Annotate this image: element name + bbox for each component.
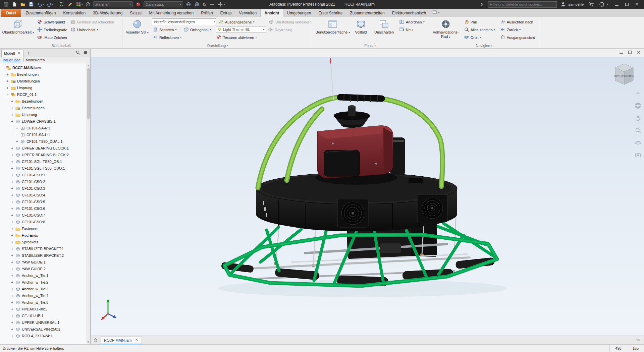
expand-toggle[interactable]: +	[11, 207, 14, 211]
schatten-button[interactable]: Schatten▾	[151, 26, 182, 34]
redo-dropdown-icon[interactable]: ▾	[52, 3, 53, 6]
help-search-input[interactable]	[490, 2, 555, 6]
expand-toggle[interactable]: +	[15, 133, 18, 137]
expand-toggle[interactable]: +	[15, 126, 18, 130]
freiheitsgrade-button[interactable]: Freiheitsgrade	[36, 26, 69, 34]
expand-toggle[interactable]: +	[11, 99, 14, 103]
neu-button[interactable]: Neu	[398, 26, 426, 34]
halbschnitt-button[interactable]: Halbschnitt▾	[69, 26, 120, 34]
undo-dropdown-icon[interactable]: ▾	[43, 3, 44, 6]
globe-icon[interactable]	[184, 1, 193, 8]
tree-item[interactable]: +CF101-SA-L:1	[1, 131, 86, 138]
tab-umgebungen[interactable]: Umgebungen	[283, 9, 315, 17]
look-at-tool-icon[interactable]	[634, 151, 642, 159]
tree-item[interactable]: +Anchor_w_Tie:5	[1, 299, 86, 306]
expand-toggle[interactable]: +	[11, 113, 14, 117]
ribbon-options-button[interactable]: ▾	[430, 10, 442, 17]
expand-toggle[interactable]: +	[6, 79, 9, 83]
group-label-darstellung[interactable]: Darstellung▾	[122, 43, 313, 48]
scrollbar-thumb[interactable]	[87, 68, 90, 119]
document-tab-active[interactable]: RCCF-MAIN.iam	[101, 337, 142, 345]
tree-item[interactable]: +CF101-TS80_DUAL:1	[1, 138, 86, 145]
restore-button[interactable]	[622, 0, 632, 9]
expand-toggle[interactable]: +	[11, 240, 14, 244]
vollnavigations-rad-button[interactable]: Vollnavigations-Rad ▾	[430, 18, 461, 43]
expand-toggle[interactable]: +	[11, 294, 14, 298]
expand-toggle[interactable]: +	[11, 227, 14, 231]
visuelle-voreinstellungen-combo[interactable]: Visuelle Voreinstellungen▾	[152, 18, 216, 25]
imate-zeichen-button[interactable]: iMate-Zeichen	[36, 34, 69, 41]
expand-toggle[interactable]: +	[11, 287, 14, 291]
anordnen-button[interactable]: Anordnen▾	[398, 18, 426, 26]
tab-verwalten[interactable]: Verwalten	[235, 9, 261, 17]
visueller-stil-button[interactable]: Visueller Stil ▾	[124, 18, 150, 43]
zurueck-button[interactable]: Zurück▾	[499, 26, 539, 34]
vollbild-button[interactable]: Vollbild	[352, 18, 370, 43]
expand-toggle[interactable]: +	[11, 180, 14, 184]
expand-toggle[interactable]: +	[6, 72, 9, 76]
tab-mit-anmerkung-versehen[interactable]: Mit Anmerkung versehen	[145, 9, 197, 17]
appearance-ball-icon[interactable]	[134, 1, 142, 8]
tree-item[interactable]: +Anchor_w_Tie:3	[1, 286, 86, 292]
tab-prüfen[interactable]: Prüfen	[197, 9, 216, 17]
doc-close-icon[interactable]	[637, 50, 641, 55]
nav-collapse-icon[interactable]	[634, 89, 642, 97]
fx-button[interactable]: fx	[201, 2, 208, 7]
expand-toggle[interactable]: +	[11, 320, 14, 325]
document-tabs-menu-icon[interactable]	[633, 338, 643, 343]
doc-minimize-icon[interactable]	[619, 50, 623, 55]
ausgangsebene-button[interactable]: Ausgangsebene▾	[217, 18, 267, 26]
tree-item[interactable]: +CF101-CSO:5	[1, 198, 86, 205]
umschalten-button[interactable]: Umschalten	[372, 18, 396, 43]
tree-item[interactable]: +CF101-CSO:7	[1, 212, 86, 219]
tree-item[interactable]: +CF101-SGL-TS80_OBO:1	[1, 165, 86, 172]
pan-tool-icon[interactable]	[634, 114, 642, 122]
scroll-up-icon[interactable]: ▲	[87, 63, 90, 68]
tree-item[interactable]: +Ursprung	[1, 111, 86, 118]
reflexionen-button[interactable]: Reflexionen▾	[151, 34, 182, 41]
view-cube[interactable]: RECHTS HINTEN	[611, 60, 637, 89]
light-theme-combo[interactable]: Light Theme IBL▾	[216, 26, 266, 33]
grafiken-aufschneiden-button[interactable]: Grafiken aufschneiden	[69, 18, 120, 26]
tree-item[interactable]: +CF101-CSO:4	[1, 192, 86, 198]
user-dropdown-icon[interactable]: ▾	[583, 3, 584, 6]
tree-item[interactable]: +CF101-CSO:3	[1, 185, 86, 192]
browser-scrollbar[interactable]: ▲ ▼	[86, 63, 90, 344]
globe2-icon[interactable]	[193, 1, 201, 8]
tree-item[interactable]: +CF101-CSO:1	[1, 172, 86, 178]
tree-item[interactable]: +Anchor_w_Tie:1	[1, 272, 86, 279]
tree-item[interactable]: +Darstellungen	[1, 78, 86, 84]
account-menu[interactable]: samuel.li ▾	[559, 1, 585, 8]
texturen-aktivieren-button[interactable]: Texturen aktivieren▾	[215, 34, 265, 41]
alles-zoomen-button[interactable]: Alles zoomen▾	[463, 26, 497, 34]
pan-button[interactable]: Pan	[463, 18, 497, 26]
tab-extras[interactable]: Extras	[217, 9, 235, 17]
expand-toggle[interactable]: +	[11, 200, 14, 204]
tree-item[interactable]: +LOWER CHASSIS:1	[1, 118, 86, 125]
ausrichten-nach-button[interactable]: Ausrichten nach	[499, 18, 539, 26]
ausgangsansicht-button[interactable]: Ausgangsansicht	[499, 34, 539, 41]
tree-item[interactable]: +YAW GUIDE:1	[1, 259, 86, 266]
expand-toggle[interactable]: +	[11, 146, 14, 150]
full-navigation-wheel-icon[interactable]	[634, 102, 642, 110]
expand-toggle[interactable]: +	[11, 220, 14, 224]
close-button[interactable]	[632, 0, 642, 9]
minimize-button[interactable]	[612, 0, 622, 9]
baugruppe-tab[interactable]: Baugruppe	[3, 58, 21, 62]
tree-item[interactable]: +CF101-CSO:8	[1, 219, 86, 225]
raytracing-button[interactable]: Raytracing	[267, 26, 310, 34]
material-combo[interactable]: Material▾	[93, 1, 133, 7]
tree-item[interactable]: +UPPER BEARING BLOCK:2	[1, 152, 86, 158]
swatch-dropdown-icon[interactable]: ▾	[82, 3, 83, 6]
expand-toggle[interactable]: +	[11, 260, 14, 264]
tree-item[interactable]: +Fasteners	[1, 225, 86, 232]
expand-toggle[interactable]: +	[11, 280, 14, 284]
tree-item[interactable]: +Sprockets	[1, 239, 86, 245]
expand-toggle[interactable]: +	[11, 334, 14, 338]
expand-toggle[interactable]: +	[11, 300, 14, 304]
search-expand-icon[interactable]	[478, 1, 486, 8]
tab-elektromechanisch[interactable]: Elektromechanisch	[388, 9, 430, 17]
new-file-button[interactable]	[10, 1, 18, 8]
expand-toggle[interactable]: +	[11, 193, 14, 197]
help-dropdown-icon[interactable]: ▾	[607, 3, 608, 6]
